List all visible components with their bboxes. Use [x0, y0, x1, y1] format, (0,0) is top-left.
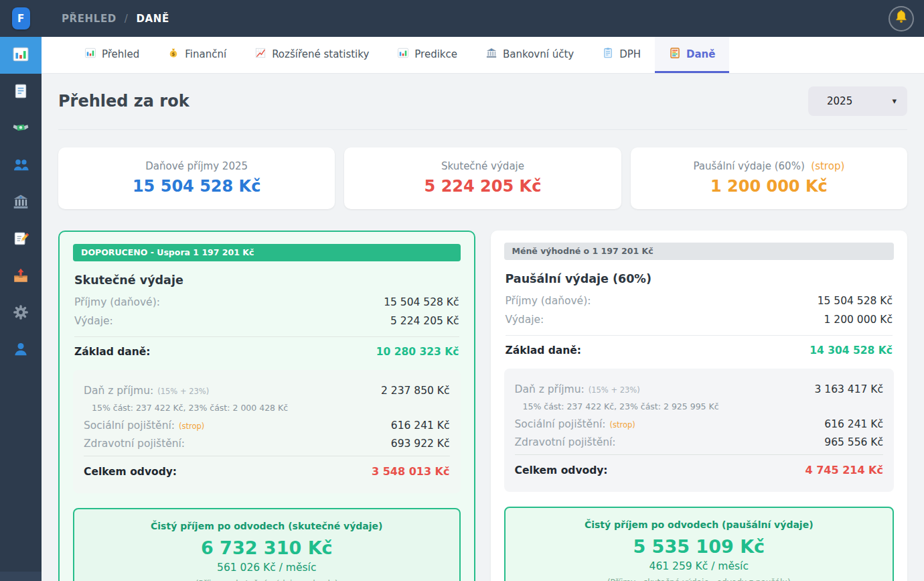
sidebar-item-invoices[interactable]: [0, 221, 42, 258]
panel-title: Skutečné výdaje: [74, 273, 459, 287]
row-label: Výdaje:: [506, 314, 544, 326]
row-label: Zdravotní pojištění:: [84, 438, 185, 450]
breadcrumb-root[interactable]: PŘEHLED: [62, 13, 117, 25]
panel-title: Paušální výdaje (60%): [506, 272, 893, 285]
net-title: Čistý příjem po odvodech (paušální výdaj…: [512, 519, 887, 530]
sidebar-nav: [0, 37, 42, 581]
row-label-text: Daň z příjmu:: [84, 385, 153, 397]
card-tax-income: Daňové příjmy 2025 15 504 528 Kč: [58, 147, 335, 209]
tax-base-row: Základ daně: 10 280 323 Kč: [74, 336, 459, 358]
row-label: Daň z příjmu:(15% + 23%): [515, 383, 640, 395]
row-label: Daň z příjmu:(15% + 23%): [84, 385, 209, 397]
row-value: 616 241 Kč: [824, 418, 883, 430]
tax-breakdown-note: 15% část: 237 422 Kč, 23% část: 2 925 99…: [523, 401, 884, 411]
row-value: 693 922 Kč: [391, 438, 450, 450]
card-value: 1 200 000 Kč: [637, 177, 901, 196]
svg-text:$: $: [172, 51, 175, 57]
tab-label: Daně: [686, 48, 715, 60]
comparison-panels: DOPORUCENO - Uspora 1 197 201 Kč Skutečn…: [58, 231, 907, 581]
row-label: Sociální pojištění:(strop): [84, 419, 204, 432]
panel-real-expenses: DOPORUCENO - Uspora 1 197 201 Kč Skutečn…: [58, 231, 475, 581]
net-title: Čistý příjem po odvodech (skutečné výdaj…: [81, 521, 453, 531]
money-with-wings-icon: [12, 119, 29, 139]
row-label: Celkem odvody:: [84, 466, 177, 478]
document-icon: [12, 82, 29, 103]
strop-note: (strop): [610, 420, 635, 430]
breadcrumb-separator: /: [125, 13, 129, 25]
levies-box: Daň z příjmu:(15% + 23%) 3 163 417 Kč 15…: [504, 369, 895, 492]
money-bag-icon: $: [167, 47, 179, 62]
health-insurance-row: Zdravotní pojištění: 693 922 Kč: [84, 438, 450, 450]
income-tax-row: Daň z příjmu:(15% + 23%) 3 163 417 Kč: [515, 383, 884, 395]
bar-chart-icon: [84, 47, 96, 62]
rate-note: (15% + 23%): [157, 387, 209, 396]
tab-label: Rozšířené statistiky: [272, 48, 369, 60]
tab-label: DPH: [619, 48, 641, 60]
card-label: Skutečné výdaje: [351, 160, 614, 172]
net-income-box: Čistý příjem po odvodech (skutečné výdaj…: [73, 508, 461, 581]
row-label: Základ daně:: [74, 346, 151, 358]
tax-base-row: Základ daně: 14 304 528 Kč: [506, 335, 893, 357]
tab-financni[interactable]: $ Finanční: [153, 37, 240, 73]
year-select[interactable]: 2025: [808, 86, 907, 116]
sidebar-item-bank[interactable]: [0, 184, 42, 221]
net-value: 5 535 109 Kč: [512, 536, 887, 557]
tab-prehled[interactable]: Přehled: [70, 37, 153, 73]
sidebar-item-export[interactable]: [0, 258, 42, 295]
row-label: Výdaje:: [74, 315, 113, 327]
outbox-icon: [12, 267, 29, 287]
net-monthly: 561 026 Kč / měsíc: [81, 562, 453, 574]
net-income-box: Čistý příjem po odvodech (paušální výdaj…: [504, 507, 895, 581]
recommended-badge: DOPORUCENO - Uspora 1 197 201 Kč: [73, 244, 461, 261]
row-value: 10 280 323 Kč: [376, 346, 459, 358]
tab-label: Predikce: [414, 48, 457, 60]
sidebar-item-settings[interactable]: [0, 295, 42, 332]
sidebar-item-clients[interactable]: [0, 147, 42, 184]
card-strop-tag: (strop): [811, 160, 844, 172]
sidebar-item-documents[interactable]: [0, 74, 42, 111]
row-label: Příjmy (daňové):: [74, 296, 160, 308]
sidebar-item-dashboard[interactable]: [0, 37, 42, 74]
app-logo[interactable]: F: [12, 7, 30, 29]
tab-dane[interactable]: Daně: [655, 37, 729, 73]
tab-predikce[interactable]: Predikce: [383, 37, 471, 73]
row-value: 15 504 528 Kč: [384, 296, 459, 308]
tab-label: Přehled: [102, 48, 139, 60]
tab-bar: Přehled $ Finanční Rozšířené statistiky …: [42, 37, 924, 74]
less-advantageous-badge: Méně výhodné o 1 197 201 Kč: [504, 243, 895, 260]
row-label: Zdravotní pojištění:: [515, 436, 616, 448]
expenses-row: Výdaje: 1 200 000 Kč: [506, 314, 893, 326]
social-insurance-row: Sociální pojištění:(strop) 616 241 Kč: [515, 418, 884, 430]
row-label: Sociální pojištění:(strop): [515, 418, 635, 430]
abacus-icon: [669, 47, 681, 62]
card-value: 15 504 528 Kč: [65, 177, 328, 196]
levies-box: Daň z příjmu:(15% + 23%) 2 237 850 Kč 15…: [73, 370, 461, 493]
notifications-button[interactable]: [889, 6, 914, 31]
total-levies-row: Celkem odvody: 4 745 214 Kč: [515, 454, 884, 476]
row-value: 3 548 013 Kč: [372, 465, 450, 478]
top-header-bar: F PŘEHLED / DANĚ: [0, 0, 924, 37]
sidebar-item-profile[interactable]: [0, 332, 42, 369]
row-value: 1 200 000 Kč: [824, 314, 893, 326]
tab-label: Finanční: [185, 48, 226, 60]
row-value: 2 237 850 Kč: [381, 385, 450, 397]
page-header-row: Přehled za rok 2025 ▾: [58, 74, 907, 130]
tab-dph[interactable]: DPH: [588, 37, 655, 73]
income-row: Příjmy (daňové): 15 504 528 Kč: [74, 296, 459, 308]
tab-label: Bankovní účty: [503, 48, 574, 60]
rate-note: (15% + 23%): [589, 385, 640, 395]
tab-rozsirene-statistiky[interactable]: Rozšířené statistiky: [240, 37, 383, 73]
net-value: 6 732 310 Kč: [81, 537, 453, 558]
row-value: 15 504 528 Kč: [818, 295, 893, 307]
card-label-text: Paušální výdaje (60%): [693, 160, 804, 172]
card-label: Paušální výdaje (60%) (strop): [637, 160, 901, 172]
tab-bankovni-ucty[interactable]: Bankovní účty: [471, 37, 588, 73]
bank-icon: [12, 193, 29, 213]
sidebar-footer-strip: [0, 572, 42, 581]
sidebar-item-expenses[interactable]: [0, 111, 42, 147]
breadcrumb-current: DANĚ: [136, 13, 169, 25]
card-value: 5 224 205 Kč: [351, 177, 614, 196]
social-insurance-row: Sociální pojištění:(strop) 616 241 Kč: [84, 419, 450, 432]
row-value: 4 745 214 Kč: [805, 464, 883, 476]
income-tax-row: Daň z příjmu:(15% + 23%) 2 237 850 Kč: [84, 385, 450, 397]
